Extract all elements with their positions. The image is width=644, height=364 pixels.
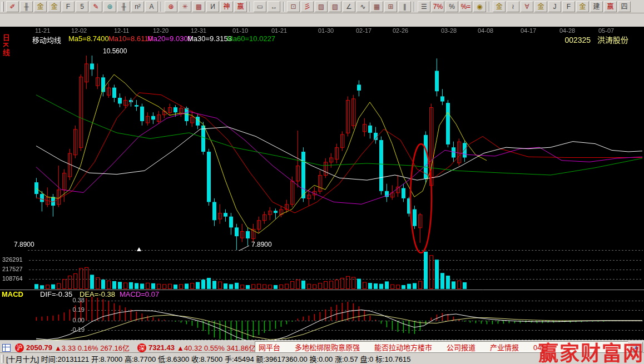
stock-name: 洪涛股份: [597, 36, 628, 44]
ma20-legend: Ma20=9.0300: [147, 34, 192, 43]
volume-tick-label: 217527: [2, 266, 23, 272]
date-label: 12-31: [191, 27, 206, 34]
shenzhen-badge-icon: 深: [137, 343, 146, 352]
ma5-legend: Ma5=8.7400: [68, 34, 109, 43]
toolbar-grip[interactable]: [2, 2, 4, 12]
toolbar-button-grid-arrow[interactable]: ⊞: [384, 1, 397, 12]
infobar-grip[interactable]: [1, 355, 4, 363]
toolbar-button-percent-line[interactable]: %=: [459, 1, 472, 12]
toolbar-button-price-grid[interactable]: ▦: [370, 1, 383, 12]
toolbar-button-ying-tool[interactable]: 赢: [234, 1, 247, 12]
toolbar-button-tally-lines-2[interactable]: ╫: [117, 1, 130, 12]
date-label: 02-17: [356, 27, 371, 34]
volume-tick-label: 108764: [2, 275, 23, 282]
date-label: 04-17: [521, 27, 536, 34]
toolbar-button-n-square[interactable]: n²: [131, 1, 144, 12]
toolbar-button-a-wave[interactable]: A: [145, 1, 158, 12]
toolbar-button-box-frame[interactable]: ⊡: [287, 1, 300, 12]
toolbar-button-spider-web[interactable]: ✳: [179, 1, 191, 12]
kline-period-label: 日K线: [1, 34, 11, 57]
toolbar-separator: [489, 2, 490, 12]
ma30-legend: Ma30=9.3153: [187, 34, 232, 43]
price-low-label: 7.8900: [14, 241, 34, 248]
toolbar-button-draw-brush-2[interactable]: ✎: [90, 1, 102, 12]
toolbar-button-gold-slope[interactable]: 金: [534, 1, 547, 12]
toolbar-separator: [250, 2, 251, 12]
sh-index-change: ▲3.33 0.16% 267.16亿: [55, 342, 130, 353]
index-quotes: 沪 2050.79 ▲3.33 0.16% 267.16亿 深 7321.43 …: [2, 342, 256, 353]
toolbar-button-arrow-span[interactable]: ↔: [267, 1, 280, 12]
toolbar-button-si-slope[interactable]: 四: [618, 1, 631, 12]
news-headline-link[interactable]: 网平台: [259, 342, 280, 352]
shanghai-badge-icon: 沪: [15, 343, 24, 352]
toolbar-button-ruler-scale[interactable]: ▭: [254, 1, 266, 12]
news-headline-link[interactable]: 04日: [533, 342, 548, 352]
toolbar-button-f-slope[interactable]: F: [562, 1, 575, 12]
toolbar-button-percent-flag[interactable]: 7%: [432, 1, 444, 12]
toolbar-button-fib-tool[interactable]: F: [62, 1, 75, 12]
sz-index-change: ▲40.32 0.55% 341.86亿: [177, 342, 256, 353]
toolbar-button-percent[interactable]: %: [445, 1, 458, 12]
date-label: 12-20: [153, 27, 169, 34]
macd-tick-label: 0.38: [62, 297, 85, 303]
ma-indicator-title[interactable]: 移动均线: [32, 34, 61, 45]
low-point-annotation: 7.8900: [251, 241, 272, 248]
toolbar-button-stats-list[interactable]: ☰: [418, 1, 430, 12]
toolbar-button-shen-tool[interactable]: 神: [220, 1, 233, 12]
toolbar-button-jian-slope[interactable]: 建: [590, 1, 603, 12]
news-headline-link[interactable]: 产业情报: [490, 342, 519, 352]
market-status-bar: 沪 2050.79 ▲3.33 0.16% 267.16亿 深 7321.43 …: [0, 340, 644, 352]
stock-app-window: 日▾∿▤♪3♪9♦▾╪⚑|◀▶|◀▶◈◈◈◈◈◈☞+∠Ψ❋21▦▥◫⊞▣ ✐╫金…: [0, 0, 644, 364]
toolbar-button-web-grid[interactable]: ▩: [192, 1, 205, 12]
macd-tick-label: -0.19: [62, 326, 85, 333]
date-label: 02-26: [393, 27, 408, 34]
toolbar-button-gold-slope-2[interactable]: 金: [576, 1, 589, 12]
news-headline-link[interactable]: 公司报道: [447, 342, 475, 352]
toolbar-button-i-quote[interactable]: И: [206, 1, 219, 12]
stock-code: 002325: [564, 36, 591, 44]
chart-area: 日K线 移动均线 Ma5=8.7400 Ma10=8.6110 Ma20=9.0…: [0, 27, 644, 340]
toolbar-button-spiral-tool[interactable]: 5: [76, 1, 88, 12]
candle-quote-info: [十月十九] 时间:20131121 开:8.7000 高:8.7700 低:8…: [6, 353, 411, 364]
quote-table-icon[interactable]: [2, 344, 11, 352]
date-label: 05-07: [598, 27, 614, 34]
news-headline-link[interactable]: 能否拉动地方楼市: [374, 342, 432, 352]
toolbar-button-draw-brush[interactable]: ✐: [6, 1, 19, 12]
toolbar-button-gann-circle[interactable]: ⊕: [103, 1, 116, 12]
toolbar-button-fan-lines[interactable]: 彡: [301, 1, 314, 12]
sh-index-value: 2050.79: [26, 343, 52, 352]
toolbar-button-av-slope[interactable]: ∀: [521, 1, 533, 12]
toolbar-button-ink-brush[interactable]: ≀: [507, 1, 519, 12]
toolbar-separator: [283, 2, 284, 12]
toolbar-button-gann-grid[interactable]: ▧: [329, 1, 341, 12]
toolbar-button-trend-angle[interactable]: ∠: [343, 1, 355, 12]
date-label: 12-11: [114, 27, 129, 34]
date-label: 01-30: [318, 27, 334, 34]
macd-indicator-label[interactable]: MACD: [2, 290, 23, 298]
toolbar-button-gold-tool-1[interactable]: 金: [34, 1, 47, 12]
scroll-up-button[interactable]: ▲: [630, 342, 643, 352]
toolbar-button-ying-slope[interactable]: 赢: [604, 1, 617, 12]
toolbar-button-target-tool[interactable]: ⊕: [165, 1, 177, 12]
macd-dea-value: DEA=-0.38: [80, 290, 115, 298]
toolbar-button-j-slope[interactable]: J: [548, 1, 561, 12]
sz-index-value: 7321.43: [148, 343, 175, 352]
date-label: 11-21: [35, 27, 50, 34]
news-headline-link[interactable]: 多地松绑限购意原强: [295, 342, 360, 352]
toolbar-button-parallel-lines[interactable]: ∥: [398, 1, 411, 12]
toolbar-button-gold-list[interactable]: 金: [493, 1, 506, 12]
toolbar-separator: [414, 2, 415, 12]
drawing-toolbar: ✐╫金金F5✎⊕╫n²A⊕✳▩И神赢▭↔⊡彡▨▧∠∿▦⊞∥☰7%%%=◉金≀∀金…: [0, 0, 644, 13]
date-label: 12-02: [71, 27, 87, 34]
date-label: 04-08: [478, 27, 493, 34]
toolbar-button-tally-lines[interactable]: ╫: [20, 1, 33, 12]
stock-title: 002325 洪涛股份: [560, 34, 628, 45]
ma10-legend: Ma10=8.6110: [108, 34, 152, 43]
toolbar-button-gold-circle[interactable]: ◉: [473, 1, 486, 12]
date-label: 01-10: [232, 27, 248, 34]
volume-tick-label: 326291: [2, 256, 23, 263]
macd-tick-label: 0.19: [62, 306, 85, 313]
toolbar-button-gold-tool-2[interactable]: 金: [48, 1, 61, 12]
toolbar-button-gann-box[interactable]: ▨: [315, 1, 328, 12]
toolbar-button-wave-line[interactable]: ∿: [356, 1, 369, 12]
